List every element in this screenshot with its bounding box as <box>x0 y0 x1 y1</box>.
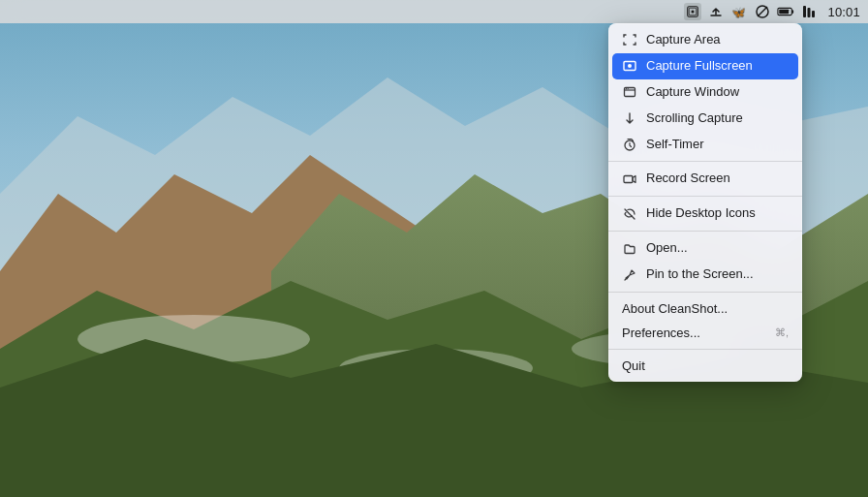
menubar-time: 10:01 <box>827 5 860 19</box>
svg-text:🦋: 🦋 <box>731 5 746 19</box>
quit-label: Quit <box>622 358 789 373</box>
menu-item-about[interactable]: About CleanShot... <box>608 296 802 321</box>
capture-window-icon <box>622 84 637 100</box>
menubar: 🦋 10:01 <box>0 0 868 23</box>
divider-1 <box>608 161 802 162</box>
hide-desktop-icons-icon <box>622 206 637 222</box>
svg-rect-23 <box>624 175 633 182</box>
menu-item-hide-desktop-icons[interactable]: Hide Desktop Icons <box>608 201 802 227</box>
divider-2 <box>608 196 802 197</box>
menu-item-capture-area[interactable]: Capture Area <box>608 27 802 53</box>
capture-fullscreen-label: Capture Fullscreen <box>646 58 789 75</box>
pin-screen-label: Pin to the Screen... <box>646 266 789 283</box>
divider-4 <box>608 292 802 293</box>
menubar-icons: 🦋 <box>684 3 818 20</box>
cleanshot-menubar-icon[interactable] <box>684 3 701 20</box>
menu-item-self-timer[interactable]: Self-Timer <box>608 132 802 158</box>
menu-item-scrolling-capture[interactable]: Scrolling Capture <box>608 106 802 132</box>
pin-screen-icon <box>622 267 637 283</box>
svg-rect-14 <box>808 8 811 17</box>
wifi-menubar-icon[interactable] <box>800 3 818 20</box>
preferences-label: Preferences... <box>622 326 766 340</box>
about-label: About CleanShot... <box>622 301 789 316</box>
svg-line-9 <box>758 7 767 16</box>
divider-5 <box>608 349 802 350</box>
menu-item-quit[interactable]: Quit <box>608 354 802 378</box>
record-screen-label: Record Screen <box>646 171 789 187</box>
menu-item-preferences[interactable]: Preferences... ⌘, <box>608 321 802 345</box>
svg-rect-12 <box>780 10 790 15</box>
menu-item-record-screen[interactable]: Record Screen <box>608 166 802 192</box>
hide-desktop-icons-label: Hide Desktop Icons <box>646 205 789 222</box>
menu-item-pin-screen[interactable]: Pin to the Screen... <box>608 262 802 288</box>
nosign-menubar-icon[interactable] <box>754 3 771 20</box>
menu-item-open[interactable]: Open... <box>608 235 802 262</box>
svg-point-6 <box>692 11 695 14</box>
svg-rect-11 <box>792 10 794 14</box>
svg-rect-15 <box>812 11 815 17</box>
open-label: Open... <box>646 240 789 257</box>
svg-point-17 <box>628 64 632 68</box>
butterfly-menubar-icon[interactable]: 🦋 <box>730 3 748 20</box>
preferences-shortcut: ⌘, <box>775 326 789 339</box>
battery-menubar-icon[interactable] <box>777 3 794 20</box>
capture-area-icon <box>622 32 637 47</box>
record-screen-icon <box>622 171 637 187</box>
svg-rect-13 <box>803 6 806 17</box>
menu-item-capture-fullscreen[interactable]: Capture Fullscreen <box>612 53 798 79</box>
menu-item-capture-window[interactable]: Capture Window <box>608 79 802 106</box>
capture-area-label: Capture Area <box>646 32 789 48</box>
self-timer-icon <box>622 137 637 152</box>
capture-window-label: Capture Window <box>646 84 789 101</box>
context-menu: Capture Area Capture Fullscreen Capture … <box>608 23 802 382</box>
self-timer-label: Self-Timer <box>646 137 789 153</box>
divider-3 <box>608 231 802 232</box>
scrolling-capture-label: Scrolling Capture <box>646 110 789 127</box>
capture-fullscreen-icon <box>622 58 637 74</box>
svg-point-21 <box>628 88 629 89</box>
svg-point-20 <box>626 88 627 89</box>
upload-menubar-icon[interactable] <box>707 3 725 20</box>
open-icon <box>622 241 637 257</box>
scrolling-capture-icon <box>622 110 637 126</box>
